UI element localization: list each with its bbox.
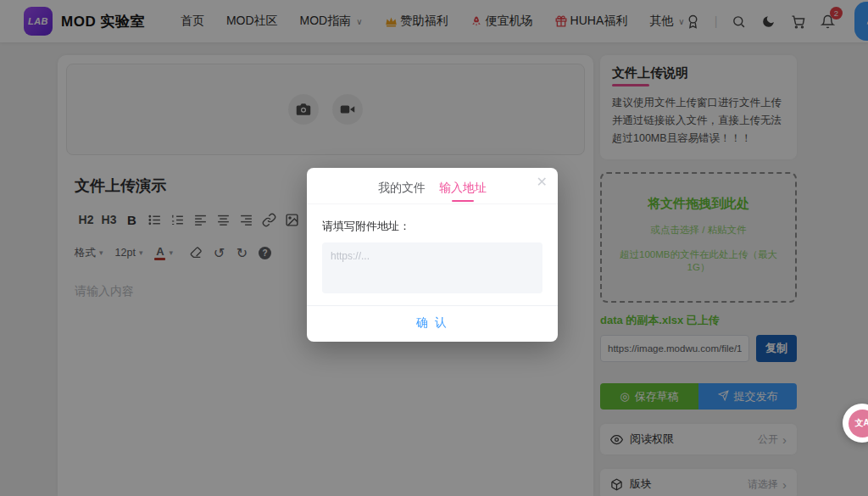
dialog-footer: 确 认 [307, 305, 558, 342]
tab-my-files[interactable]: 我的文件 [378, 181, 426, 196]
attachment-url-label: 请填写附件地址： [322, 219, 542, 234]
tab-enter-url[interactable]: 输入地址 [439, 181, 487, 196]
confirm-button[interactable]: 确 认 [416, 315, 448, 331]
attachment-url-input[interactable] [322, 242, 542, 293]
attachment-dialog: 我的文件 输入地址 ✕ 请填写附件地址： 确 认 [307, 168, 558, 342]
active-tab-underline [452, 200, 474, 203]
dialog-tabs: 我的文件 输入地址 ✕ [307, 168, 558, 204]
close-icon[interactable]: ✕ [537, 176, 548, 189]
translate-icon: 文A [849, 410, 868, 437]
